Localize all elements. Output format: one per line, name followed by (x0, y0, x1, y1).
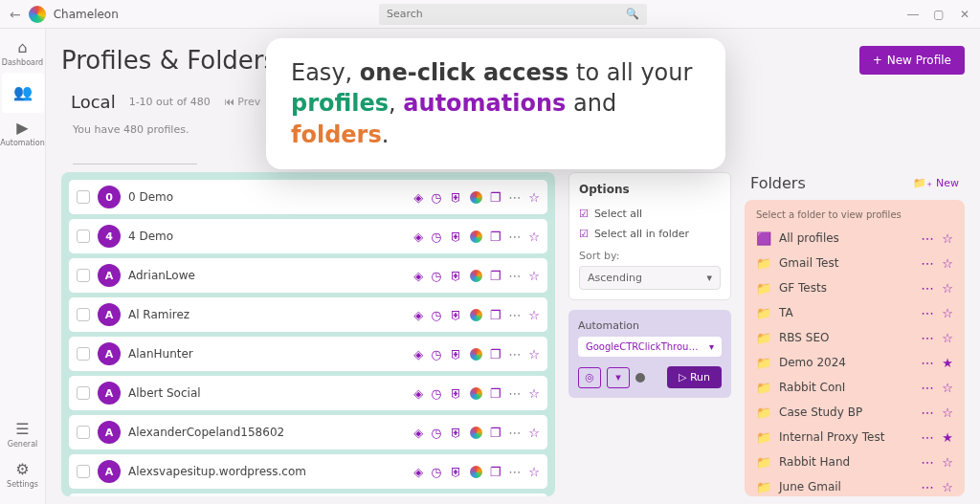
shield-icon[interactable]: ⛨ (450, 230, 462, 244)
copy-icon[interactable]: ❐ (490, 269, 501, 283)
folder-row[interactable]: 📁Case Study BP⋯☆ (752, 400, 957, 425)
profile-row[interactable]: AAdrianLowe◈◷⛨❐⋯☆ (69, 258, 547, 293)
copy-icon[interactable]: ❐ (490, 230, 501, 244)
browser-icon-button[interactable]: ◎ (578, 367, 601, 388)
more-icon[interactable]: ⋯ (921, 280, 934, 296)
profile-row[interactable]: AAlfredoCalderon◈◷⛨❐⋯☆ (69, 493, 547, 496)
copy-icon[interactable]: ❐ (490, 190, 501, 205)
more-icon[interactable]: ⋯ (508, 230, 521, 244)
folder-row[interactable]: 📁RBS SEO⋯☆ (752, 325, 957, 350)
more-icon[interactable]: ⋯ (508, 190, 521, 205)
nav-dashboard[interactable]: ⌂ Dashboard (2, 33, 44, 73)
more-icon[interactable]: ⋯ (508, 465, 521, 479)
folder-row[interactable]: 📁Demo 2024⋯★ (752, 350, 957, 375)
shield-icon[interactable]: ⛨ (450, 465, 462, 479)
star-icon[interactable]: ★ (942, 430, 953, 445)
folder-row[interactable]: 📁June Gmail⋯☆ (752, 474, 957, 496)
maximize-icon[interactable]: ▢ (933, 8, 945, 21)
clock-icon[interactable]: ◷ (431, 230, 441, 244)
diamond-icon[interactable]: ◈ (413, 308, 423, 322)
star-icon[interactable]: ☆ (942, 331, 953, 345)
nav-profiles[interactable]: 👥 (2, 73, 44, 113)
folder-row[interactable]: 📁TA⋯☆ (752, 300, 957, 325)
star-icon[interactable]: ☆ (942, 281, 953, 296)
shield-icon[interactable]: ⛨ (450, 190, 462, 205)
shield-icon[interactable]: ⛨ (450, 426, 462, 440)
checkbox[interactable] (77, 190, 90, 204)
minimize-icon[interactable]: ― (907, 8, 919, 21)
new-folder-button[interactable]: 📁₊ New (913, 177, 959, 189)
checkbox[interactable] (77, 308, 90, 321)
clock-icon[interactable]: ◷ (431, 308, 441, 322)
star-icon[interactable]: ☆ (942, 256, 953, 271)
checkbox[interactable] (77, 426, 90, 439)
chevron-down-button[interactable]: ▾ (607, 367, 630, 388)
folder-row[interactable]: 📁Rabbit Hand⋯☆ (752, 449, 957, 474)
more-icon[interactable]: ⋯ (508, 386, 521, 401)
star-icon[interactable]: ☆ (528, 190, 540, 205)
shield-icon[interactable]: ⛨ (450, 347, 462, 362)
clock-icon[interactable]: ◷ (431, 347, 441, 362)
star-icon[interactable]: ☆ (528, 230, 540, 244)
more-icon[interactable]: ⋯ (921, 355, 934, 370)
more-icon[interactable]: ⋯ (921, 305, 934, 320)
star-icon[interactable]: ★ (942, 356, 953, 370)
select-all-folder[interactable]: ☑ Select all in folder (579, 224, 721, 244)
clock-icon[interactable]: ◷ (431, 465, 441, 479)
star-icon[interactable]: ☆ (528, 465, 540, 479)
copy-icon[interactable]: ❐ (490, 347, 501, 362)
sort-select[interactable]: Ascending ▾ (579, 266, 721, 290)
star-icon[interactable]: ☆ (528, 269, 540, 283)
chrome-icon[interactable] (470, 348, 482, 361)
more-icon[interactable]: ⋯ (508, 426, 521, 440)
clock-icon[interactable]: ◷ (431, 386, 441, 401)
more-icon[interactable]: ⋯ (921, 479, 934, 494)
folder-row[interactable]: 📁Internal Proxy Test⋯★ (752, 425, 957, 449)
diamond-icon[interactable]: ◈ (413, 190, 423, 205)
run-button[interactable]: ▷ Run (667, 366, 722, 388)
shield-icon[interactable]: ⛨ (450, 308, 462, 322)
copy-icon[interactable]: ❐ (490, 465, 501, 479)
local-tab[interactable]: Local (71, 92, 116, 112)
radio-selected[interactable] (635, 373, 645, 383)
checkbox[interactable] (77, 347, 90, 361)
clock-icon[interactable]: ◷ (431, 190, 441, 205)
more-icon[interactable]: ⋯ (508, 308, 521, 322)
folder-row[interactable]: 🟪All profiles⋯☆ (752, 226, 957, 251)
back-arrow-icon[interactable]: ← (10, 7, 21, 22)
search-input-wrap[interactable]: 🔍 (379, 4, 647, 25)
profile-row[interactable]: AAl Ramirez◈◷⛨❐⋯☆ (69, 297, 547, 332)
star-icon[interactable]: ☆ (942, 381, 953, 395)
clock-icon[interactable]: ◷ (431, 426, 441, 440)
shield-icon[interactable]: ⛨ (450, 269, 462, 283)
close-icon[interactable]: ✕ (959, 8, 970, 21)
more-icon[interactable]: ⋯ (921, 255, 934, 271)
profile-row[interactable]: AAlanHunter◈◷⛨❐⋯☆ (69, 337, 547, 371)
diamond-icon[interactable]: ◈ (413, 347, 423, 362)
chrome-icon[interactable] (470, 427, 482, 439)
copy-icon[interactable]: ❐ (490, 308, 501, 322)
star-icon[interactable]: ☆ (942, 405, 953, 420)
diamond-icon[interactable]: ◈ (413, 426, 423, 440)
star-icon[interactable]: ☆ (942, 306, 953, 320)
more-icon[interactable]: ⋯ (921, 230, 934, 246)
checkbox[interactable] (77, 465, 90, 478)
folder-row[interactable]: 📁Gmail Test⋯☆ (752, 251, 957, 275)
page-prev[interactable]: ⏮ Prev (224, 96, 261, 108)
checkbox[interactable] (77, 386, 90, 400)
chrome-icon[interactable] (470, 191, 482, 204)
more-icon[interactable]: ⋯ (921, 330, 934, 345)
profile-row[interactable]: 00 Demo◈◷⛨❐⋯☆ (69, 180, 547, 214)
new-profile-button[interactable]: + New Profile (859, 46, 965, 75)
more-icon[interactable]: ⋯ (508, 347, 521, 362)
diamond-icon[interactable]: ◈ (413, 269, 423, 283)
diamond-icon[interactable]: ◈ (413, 465, 423, 479)
chrome-icon[interactable] (470, 230, 482, 243)
checkbox[interactable] (77, 269, 90, 282)
chrome-icon[interactable] (470, 387, 482, 400)
more-icon[interactable]: ⋯ (921, 405, 934, 420)
nav-settings[interactable]: ⚙ Settings (2, 454, 44, 494)
search-input[interactable] (387, 8, 626, 20)
checkbox[interactable] (77, 230, 90, 243)
star-icon[interactable]: ☆ (942, 455, 953, 470)
